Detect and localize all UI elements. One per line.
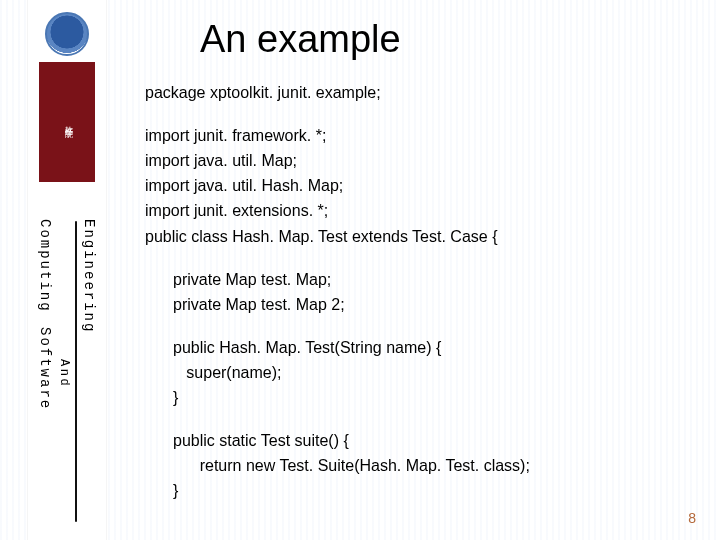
- university-emblem-icon: [45, 12, 89, 56]
- seal-text: 软件学院: [62, 120, 73, 124]
- code-body: package xptoolkit. junit. example; impor…: [145, 82, 685, 506]
- sidebar-col-right: Engineering: [81, 215, 97, 528]
- slide-title: An example: [200, 18, 401, 61]
- code-line: private Map test. Map;: [145, 269, 685, 290]
- code-line: super(name);: [145, 362, 685, 383]
- code-line: package xptoolkit. junit. example;: [145, 82, 685, 103]
- code-line: }: [145, 480, 685, 501]
- code-line: public Hash. Map. Test(String name) {: [145, 337, 685, 358]
- sidebar-col-left: Computing Software: [37, 215, 53, 528]
- code-line: }: [145, 387, 685, 408]
- code-line: import junit. extensions. *;: [145, 200, 685, 221]
- sidebar-vertical-title: Computing Software And Engineering: [28, 215, 106, 528]
- code-line: import java. util. Map;: [145, 150, 685, 171]
- sidebar-word-software: Software: [37, 327, 53, 410]
- code-line: return new Test. Suite(Hash. Map. Test. …: [145, 455, 685, 476]
- sidebar-word-computing: Computing: [37, 219, 53, 313]
- sidebar-word-and: And: [57, 359, 71, 388]
- code-line: public class Hash. Map. Test extends Tes…: [145, 226, 685, 247]
- code-line: public static Test suite() {: [145, 430, 685, 451]
- page-number: 8: [688, 510, 696, 526]
- university-seal-block: 软件学院: [39, 62, 95, 182]
- sidebar-word-engineering: Engineering: [81, 219, 97, 333]
- code-line: import junit. framework. *;: [145, 125, 685, 146]
- sidebar-col-mid: And: [57, 215, 71, 528]
- code-line: private Map test. Map 2;: [145, 294, 685, 315]
- sidebar: 软件学院 Computing Software And Engineering: [28, 0, 106, 540]
- slide: 软件学院 Computing Software And Engineering …: [0, 0, 720, 540]
- sidebar-divider-line: [75, 221, 77, 522]
- code-line: import java. util. Hash. Map;: [145, 175, 685, 196]
